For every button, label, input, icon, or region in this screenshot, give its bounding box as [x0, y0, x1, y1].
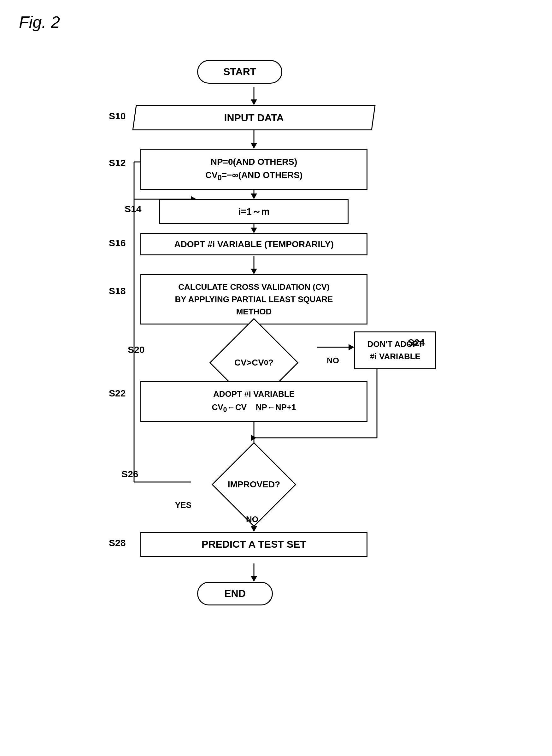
- s18-text: CALCULATE CROSS VALIDATION (CV) BY APPLY…: [140, 274, 368, 324]
- svg-marker-1: [251, 99, 257, 105]
- s28-label: S28: [109, 538, 126, 548]
- svg-marker-27: [251, 526, 257, 532]
- start-oval: START: [197, 60, 282, 84]
- svg-marker-9: [251, 268, 257, 274]
- s18-row: S18 CALCULATE CROSS VALIDATION (CV) BY A…: [140, 274, 368, 324]
- s20-text: CV>CV0?: [191, 331, 317, 394]
- s10-row: S10 INPUT DATA: [134, 105, 374, 130]
- s22-label: S22: [109, 388, 126, 399]
- s10-label: S10: [109, 111, 126, 121]
- s26-text: IMPROVED?: [191, 456, 317, 513]
- s12-row: S12 NP=0(AND OTHERS) CV0=−∞(AND OTHERS): [140, 149, 368, 190]
- s14-text: i=1～m: [159, 199, 349, 224]
- svg-marker-29: [251, 576, 257, 582]
- s24-row: S24 DON'T ADOPT #i VARIABLE: [354, 331, 436, 369]
- s24-label: S24: [408, 337, 425, 348]
- s16-text: ADOPT #i VARIABLE (TEMPORARILY): [140, 233, 368, 255]
- s26-no-label: NO: [246, 515, 258, 524]
- s16-row: S16 ADOPT #i VARIABLE (TEMPORARILY): [140, 233, 368, 255]
- page: Fig. 2: [0, 0, 552, 756]
- svg-marker-15: [349, 344, 354, 350]
- s14-label: S14: [125, 204, 141, 214]
- s12-text: NP=0(AND OTHERS) CV0=−∞(AND OTHERS): [140, 149, 368, 190]
- s18-label: S18: [109, 286, 126, 296]
- s26-row: S26 IMPROVED? YES NO: [191, 456, 317, 513]
- s26-label: S26: [121, 469, 138, 479]
- s10-text: INPUT DATA: [134, 105, 374, 130]
- svg-marker-5: [251, 194, 257, 199]
- s20-label: S20: [128, 344, 144, 355]
- s28-text: PREDICT A TEST SET: [140, 532, 368, 557]
- s20-no-label: NO: [327, 356, 339, 365]
- end-oval: END: [197, 582, 273, 606]
- s26-yes-label: YES: [175, 500, 191, 510]
- figure-title: Fig. 2: [19, 13, 533, 31]
- s20-row: S20 CV>CV0? YES NO: [191, 331, 317, 394]
- svg-marker-3: [251, 143, 257, 149]
- svg-marker-7: [251, 228, 257, 233]
- s12-label: S12: [109, 157, 126, 168]
- s28-row: S28 PREDICT A TEST SET: [140, 532, 368, 557]
- s14-row: S14 i=1～m: [159, 199, 349, 224]
- s16-label: S16: [109, 238, 126, 248]
